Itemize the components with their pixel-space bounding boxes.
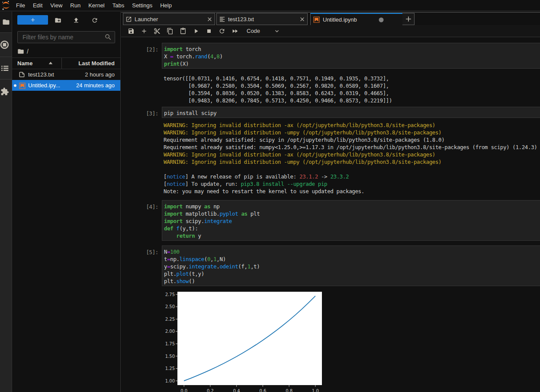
code-line: X = torch.rand(4,8) — [164, 53, 540, 60]
cell-editor[interactable]: N=100t=np.linspace(0,1,N)y=scipy.integra… — [162, 245, 540, 286]
y-tick-label: 1.75 — [165, 341, 175, 346]
folder-icon — [2, 18, 10, 26]
menu-bar: FileEditViewRunKernelTabsSettingsHelp — [0, 0, 540, 11]
sidebar-tab-extension-manager[interactable] — [0, 80, 12, 104]
toolbar-buttons — [121, 25, 241, 37]
notebook-toolbar: Code — [121, 25, 540, 37]
search-icon — [104, 33, 112, 41]
file-row-untitled-ipy-[interactable]: Untitled.ipy...24 minutes ago — [12, 80, 120, 91]
column-header-name[interactable]: Name — [17, 60, 32, 67]
menu-item-settings[interactable]: Settings — [128, 0, 156, 11]
menu-item-run[interactable]: Run — [66, 0, 84, 11]
cell-input-c5: [5]:N=100t=np.linspace(0,1,N)y=scipy.int… — [121, 245, 540, 286]
refresh-button[interactable] — [89, 15, 101, 25]
sort-ascending-icon — [48, 62, 53, 64]
tab-test123-txt[interactable]: test123.txt — [216, 13, 308, 25]
restart-kernel-button[interactable] — [215, 25, 228, 37]
new-folder-icon — [55, 17, 61, 24]
x-tick-label: 0.8 — [286, 389, 292, 392]
main-dock-panel: Launchertest123.txtUntitled.ipynb Code [… — [121, 12, 540, 392]
tab-bar-top-border — [121, 12, 540, 13]
cut-icon — [154, 28, 161, 35]
run-cell-button[interactable] — [190, 25, 202, 37]
paste-cell-button[interactable] — [177, 25, 190, 37]
fast-forward-icon — [231, 28, 238, 35]
y-tick-label: 2.00 — [165, 329, 175, 334]
column-divider — [61, 58, 62, 69]
sidebar-tab-table-of-contents[interactable] — [0, 57, 12, 80]
tab-dirty-indicator[interactable] — [378, 16, 384, 23]
code-line: print(X) — [164, 60, 540, 67]
cell-editor[interactable]: import torchX = torch.rand(4,8)print(X) — [162, 43, 540, 69]
file-list-header: Name Last Modified — [12, 57, 120, 69]
output-prompt — [121, 290, 162, 293]
running-kernel-dot — [14, 84, 16, 87]
menu-item-file[interactable]: File — [12, 0, 29, 11]
x-tick-label: 0.2 — [207, 389, 214, 392]
new-launcher-button[interactable] — [17, 15, 48, 25]
code-line: import numpy as np — [164, 203, 540, 210]
code-line: pip install scipy — [164, 109, 540, 117]
code-line: return y — [164, 232, 540, 239]
code-line: t=np.linspace(0,1,N) — [164, 255, 540, 263]
sidebar-tab-running-sessions[interactable] — [0, 33, 12, 57]
cell-prompt: [2]: — [121, 43, 162, 53]
matplotlib-figure: 1.001.251.501.752.002.252.502.750.00.20.… — [162, 290, 540, 392]
cell-editor[interactable]: pip install scipy — [162, 107, 540, 118]
tab-launcher[interactable]: Launcher — [123, 13, 215, 25]
dock-tab-bar: Launchertest123.txtUntitled.ipynb — [121, 12, 540, 25]
code-line: y=scipy.integrate.odeint(f,1,t) — [164, 263, 540, 270]
refresh-icon — [91, 17, 98, 24]
menu-item-edit[interactable]: Edit — [29, 0, 46, 11]
cell-prompt: [4]: — [121, 200, 162, 210]
file-browser-panel: / Name Last Modified test123.txt2 hours … — [12, 12, 121, 392]
code-line: def f(y,t): — [164, 225, 540, 232]
menu-item-tabs[interactable]: Tabs — [109, 0, 128, 11]
tab-close-button[interactable] — [206, 16, 213, 22]
x-tick-label: 1.0 — [312, 389, 319, 392]
sidebar-tab-file-browser[interactable] — [0, 12, 12, 33]
code-line: import scipy.integrate — [164, 217, 540, 225]
column-header-modified[interactable]: Last Modified — [78, 60, 115, 67]
notebook-area: [2]:import torchX = torch.rand(4,8)print… — [121, 37, 540, 392]
output-prompt — [121, 121, 162, 124]
file-row-test123-txt[interactable]: test123.txt2 hours ago — [12, 69, 120, 80]
file-browser-toolbar — [12, 12, 120, 28]
menu-item-help[interactable]: Help — [156, 0, 176, 11]
y-tick-label: 2.25 — [165, 317, 175, 322]
left-activity-bar — [0, 12, 12, 392]
menu-item-kernel[interactable]: Kernel — [84, 0, 109, 11]
tab-untitled-ipynb[interactable]: Untitled.ipynb — [310, 13, 403, 25]
plus-icon — [30, 17, 36, 23]
y-tick-label: 2.50 — [165, 304, 175, 309]
stop-kernel-button[interactable] — [202, 25, 215, 37]
breadcrumb-root[interactable]: / — [27, 48, 29, 55]
tab-close-button[interactable] — [299, 16, 305, 22]
stop-icon — [206, 28, 212, 35]
file-name: test123.txt — [28, 71, 54, 78]
add-tab-button[interactable] — [402, 13, 415, 25]
upload-button[interactable] — [70, 15, 82, 25]
cell-prompt: [5]: — [121, 245, 162, 256]
filter-files-input[interactable] — [18, 34, 104, 41]
new-folder-button[interactable] — [52, 15, 64, 25]
cell-prompt: [3]: — [121, 107, 162, 117]
notebook-icon — [313, 16, 320, 23]
plot-background — [177, 292, 322, 385]
jupyter-logo-icon — [0, 0, 12, 11]
run-all-button[interactable] — [228, 25, 241, 37]
copy-icon — [167, 28, 174, 35]
insert-cell-button[interactable] — [138, 25, 151, 37]
code-line: import matplotlib.pyplot as plt — [164, 210, 540, 217]
cut-cell-button[interactable] — [151, 25, 164, 37]
puzzle-icon — [0, 87, 9, 96]
menu-item-view[interactable]: View — [46, 0, 66, 11]
save-button[interactable] — [125, 25, 138, 37]
copy-cell-button[interactable] — [164, 25, 177, 37]
file-modified: 2 hours ago — [85, 71, 115, 78]
folder-icon[interactable] — [17, 48, 24, 55]
cell-output-c2: tensor([[0.0731, 0.1416, 0.6754, 0.1418,… — [121, 75, 540, 104]
cell-editor[interactable]: import numpy as npimport matplotlib.pypl… — [162, 200, 540, 241]
cell-type-dropdown[interactable]: Code — [245, 26, 280, 36]
code-line: plt.plot(t,y) — [164, 270, 540, 277]
